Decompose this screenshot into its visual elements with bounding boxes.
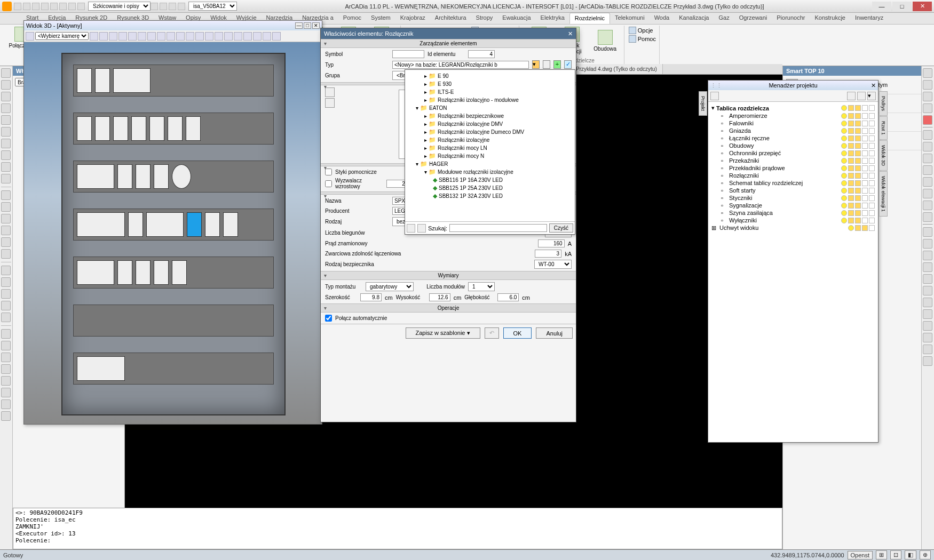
dialog-close-icon[interactable]: ✕ [568,30,573,37]
qat-icon[interactable] [77,3,85,10]
3d-max-icon[interactable]: □ [304,22,311,29]
ribbon-tab[interactable]: Woda [650,13,675,24]
projmgr-vtab[interactable]: Podrys [879,91,888,116]
projmgr-tb-icon[interactable] [857,92,866,100]
montaz-select[interactable]: gabarytowy [366,282,414,291]
ok-button[interactable]: OK [503,327,532,339]
ribbon-tab[interactable]: Architektura [430,13,471,24]
3d-toolbar[interactable]: <Wybierz kamerę> [24,30,322,42]
ribbon-tab[interactable]: Piorunochr [772,13,810,24]
zwarc-input[interactable] [535,250,561,258]
qat-icon[interactable] [32,3,39,10]
tree-folder[interactable]: ▸ 📁 E 930 [406,80,574,88]
projtree-item[interactable]: ▫Rozłączniki [710,172,876,179]
tree-clear-button[interactable]: Czyść [549,223,573,233]
projtree-item[interactable]: ▫Ochronniki przepięć [710,149,876,157]
projtree-item[interactable]: ▫Falowniki [710,119,876,127]
section-wymiary[interactable]: Wymiary [321,271,576,280]
maximize-button[interactable]: □ [892,2,912,11]
ribbon-tab[interactable]: Elektryka [536,13,569,24]
polacz-checkbox[interactable] [325,315,332,322]
tree-folder[interactable]: ▸ 📁 Rozłączniki mocy N [406,152,574,160]
projmgr-vtab[interactable]: Widok 3D [879,140,888,171]
ribbon-tab[interactable]: Rozdzielnic [569,13,610,24]
section-management[interactable]: Zarządzanie elementem [321,39,576,48]
projmgr-vtab[interactable]: Widok elewacji 1 [879,171,888,217]
undo-button[interactable]: ↶ [485,327,499,339]
status-icon[interactable]: ⊞ [876,550,887,559]
close-button[interactable]: ✕ [913,2,932,11]
prad-input[interactable] [538,239,565,247]
projtree-item[interactable]: ▫Styczniki [710,194,876,202]
ribbon-tab[interactable]: Kanalizacja [674,13,714,24]
tree-folder[interactable]: ▸ 📁 E 90 [406,72,574,80]
camera-select[interactable]: <Wybierz kamerę> [35,32,89,40]
typ-input[interactable] [392,61,529,69]
ribbon-tab[interactable]: Krajobraz [395,13,430,24]
projmgr-vtab[interactable]: Rzut 1 [879,116,888,140]
grip-icon[interactable]: ⋮⋮ [710,82,722,89]
projmgr-tb-icon[interactable] [710,92,719,100]
tree-folder[interactable]: ▸ 📁 Rozłączniki izolacyjne [406,136,574,144]
qat-icon[interactable] [50,3,58,10]
projtree-root[interactable]: ▾ Tablica rozdzielcza [710,104,876,112]
ribbon-tab[interactable]: Stropy [471,13,498,24]
ribbon-small-opcje[interactable]: Opcje [629,27,656,34]
ribbon-small-pomoc[interactable]: Pomoc [629,35,656,43]
qat-icon[interactable] [14,3,21,10]
projtree-item[interactable]: ▫Przekładniki prądowe [710,164,876,172]
tree-leaf[interactable]: ◆ SBB132 1P 32A 230V LED [406,192,574,200]
status-icon[interactable]: ◧ [905,550,916,559]
projtree-item[interactable]: ▫Szyna zasilająca [710,209,876,217]
3d-viewport[interactable] [24,42,322,424]
projtree-item[interactable]: ▫Schemat tablicy rozdzielczej [710,179,876,187]
ribbon-tab[interactable]: Pomoc [338,13,366,24]
wys-input[interactable] [429,293,450,301]
tree-folder[interactable]: ▸ 📁 Rozłączniki bezpiecznikowe [406,112,574,120]
qat-icon[interactable] [59,3,67,10]
section-operacje[interactable]: Operacje [321,303,576,313]
tree-folder[interactable]: ▾ 📁 HAGER [406,160,574,168]
projmgr-tb-icon[interactable]: ▾ [867,92,876,100]
tree-folder[interactable]: ▸ 📁 Rozłączniki mocy LN [406,144,574,152]
tree-leaf[interactable]: ◆ SBB125 1P 25A 230V LED [406,184,574,192]
projmgr-left-tab[interactable]: Projekt [699,91,707,116]
tree-folder[interactable]: ▸ 📁 ILTS-E [406,88,574,96]
projtree-item[interactable]: ▫Obudowy [710,142,876,149]
qat-icon[interactable] [41,3,49,10]
ribbon-tab[interactable]: Konstrukcje [810,13,850,24]
qat-icon[interactable] [68,3,76,10]
projtree-footer[interactable]: ⊞Uchwyt widoku [710,224,876,231]
status-icon[interactable]: ⊡ [890,550,901,559]
projmgr-tb-icon[interactable] [847,92,856,100]
tree-folder[interactable]: ▸ 📁 Rozłączniki izolacyjne DMV [406,120,574,128]
projtree-item[interactable]: ▫Sygnalizacje [710,202,876,209]
type-library-tree[interactable]: ▸ 📁 E 90▸ 📁 E 930▸ 📁 ILTS-E▸ 📁 Rozłączni… [405,69,575,235]
ribbon-btn-obudowa[interactable]: Obudowa [590,30,621,52]
window-buttons[interactable]: — □ ✕ [872,2,932,11]
status-icon[interactable]: ⊕ [920,550,931,559]
ribbon-tab[interactable]: Telekomuni [610,13,650,24]
tree-folder[interactable]: ▾ 📁 EATON [406,104,574,112]
ribbon-tab[interactable]: Ewakuacja [497,13,535,24]
minimize-button[interactable]: — [872,2,891,11]
projmgr-close-icon[interactable]: ✕ [871,82,876,89]
left-toolbar[interactable] [0,66,13,549]
ribbon-tab[interactable]: System [366,13,395,24]
3d-min-icon[interactable]: — [295,22,303,29]
ribbon-tab[interactable]: Gaz [714,13,734,24]
rodzbezp-select[interactable]: WT-00 [534,260,572,269]
ribbon-tab[interactable]: Ogrzewani [734,13,772,24]
tree-folder[interactable]: ▸ 📁 Rozłączniki izolacyjno - modułowe [406,96,574,104]
status-btn[interactable]: Openst [848,551,873,559]
projtree-item[interactable]: ▫Łączniki ręczne [710,134,876,142]
gleb-input[interactable] [497,293,519,301]
command-line[interactable]: <>: 90BA9200D0241F9 Polecenie: isa_ec ZA… [13,508,782,549]
typ-dropdown-icon[interactable]: ▾ [532,60,540,69]
typ-check-icon[interactable]: ✓ [564,60,572,69]
wyzwalacz-checkbox[interactable] [325,180,332,187]
symbol-input[interactable] [392,50,424,58]
tree-expand-icon[interactable] [407,224,415,233]
qat-icons-2[interactable] [151,3,185,10]
tree-folder[interactable]: ▸ 📁 Rozłączniki izolacyjne Dumeco DMV [406,128,574,136]
